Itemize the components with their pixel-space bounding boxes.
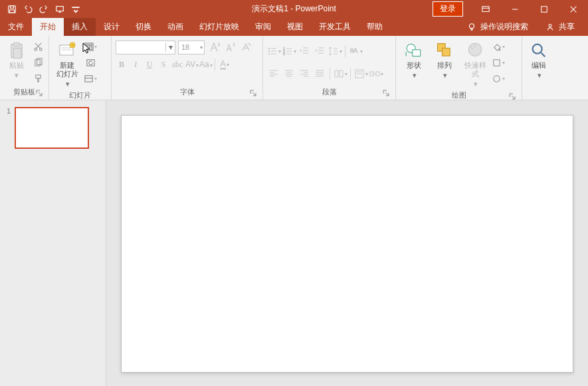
text-direction-button[interactable]: IIA▾	[349, 44, 362, 58]
tab-transitions[interactable]: 切换	[128, 18, 159, 36]
tab-home[interactable]: 开始	[32, 18, 64, 36]
slide-editor[interactable]	[106, 100, 588, 386]
new-slide-button[interactable]: 新建 幻灯片 ▾	[53, 40, 81, 88]
bold-button[interactable]: B	[116, 60, 128, 70]
align-center-button[interactable]	[282, 66, 296, 81]
font-color-button[interactable]: A▾	[219, 59, 231, 70]
tab-animations[interactable]: 动画	[159, 18, 191, 36]
font-dialog-launcher[interactable]	[249, 90, 257, 98]
shapes-button[interactable]: 形状▾	[400, 40, 428, 80]
group-clipboard: 粘贴 ▾ 剪贴板	[0, 36, 49, 100]
tab-slideshow[interactable]: 幻灯片放映	[191, 18, 247, 36]
clear-formatting-button[interactable]	[239, 40, 252, 54]
arrange-button[interactable]: 排列▾	[431, 40, 458, 80]
shape-outline-button[interactable]: ▾	[492, 56, 505, 69]
slide-panel[interactable]: 1	[0, 100, 106, 386]
decrease-indent-button[interactable]	[298, 44, 311, 58]
tab-insert[interactable]: 插入	[64, 18, 96, 36]
increase-font-button[interactable]	[207, 40, 221, 54]
arrange-label: 排列	[437, 61, 452, 70]
login-button[interactable]: 登录	[433, 1, 463, 17]
tab-help[interactable]: 帮助	[359, 18, 391, 36]
editing-button[interactable]: 编辑▾	[526, 40, 551, 80]
line-spacing-icon	[328, 46, 339, 56]
svg-point-11	[34, 48, 37, 50]
save-button[interactable]	[4, 1, 20, 17]
decrease-font-button[interactable]	[223, 40, 237, 54]
line-spacing-button[interactable]: ▾	[328, 44, 342, 58]
smartart-button[interactable]: ▾	[369, 66, 383, 81]
svg-point-40	[494, 75, 500, 81]
italic-button[interactable]: I	[130, 60, 142, 70]
clipboard-dialog-launcher[interactable]	[35, 90, 43, 98]
maximize-button[interactable]	[530, 0, 559, 18]
tab-view[interactable]: 视图	[279, 18, 311, 36]
quick-access-toolbar	[0, 1, 84, 17]
format-painter-button[interactable]	[31, 72, 45, 85]
ribbon-display-options-button[interactable]	[471, 0, 500, 18]
share-button[interactable]: 共享	[539, 21, 581, 33]
align-text-button[interactable]: ▾	[354, 66, 367, 81]
align-left-button[interactable]	[267, 66, 280, 81]
change-case-button[interactable]: Aa▾	[199, 60, 211, 70]
group-paragraph: ▾ 123▾ ▾ IIA▾ ▾ ▾ ▾ 段落	[263, 36, 396, 100]
group-drawing: 形状▾ 排列▾ 快速样式▾ ▾ ▾ ▾ 绘图	[396, 36, 522, 100]
slide-canvas[interactable]	[121, 115, 573, 373]
editing-label: 编辑	[532, 61, 546, 70]
char-spacing-button[interactable]: AV▾	[185, 60, 197, 70]
group-paragraph-label: 段落	[267, 85, 391, 100]
title-bar: 演示文稿1 - PowerPoint 登录	[0, 0, 588, 18]
drawing-dialog-launcher[interactable]	[508, 93, 516, 101]
tab-developer[interactable]: 开发工具	[311, 18, 359, 36]
align-center-icon	[284, 68, 294, 79]
svg-point-7	[549, 24, 551, 27]
tell-me-search[interactable]: 操作说明搜索	[460, 21, 535, 33]
redo-button[interactable]	[36, 1, 52, 17]
section-button[interactable]: ▾	[84, 72, 97, 85]
paste-button[interactable]: 粘贴 ▾	[4, 40, 29, 80]
qat-customize-button[interactable]	[68, 1, 84, 17]
paragraph-dialog-launcher[interactable]	[382, 90, 390, 98]
underline-button[interactable]: U	[144, 60, 155, 70]
search-icon	[530, 41, 548, 60]
font-size-combo[interactable]: 18▾	[178, 41, 205, 54]
svg-rect-15	[35, 74, 41, 78]
quick-styles-button[interactable]: 快速样式▾	[461, 40, 489, 88]
strikethrough-button[interactable]: S	[157, 60, 169, 70]
reset-button[interactable]	[84, 56, 97, 69]
justify-button[interactable]	[313, 66, 326, 81]
section-icon	[84, 74, 94, 84]
close-button[interactable]	[559, 0, 588, 18]
svg-rect-33	[376, 72, 379, 76]
tab-design[interactable]: 设计	[96, 18, 128, 36]
tab-file[interactable]: 文件	[0, 18, 32, 36]
svg-point-26	[268, 53, 270, 54]
group-slides-label: 幻灯片	[53, 88, 107, 103]
increase-indent-button[interactable]	[313, 44, 326, 58]
shape-effects-button[interactable]: ▾	[492, 72, 505, 85]
ribbon: 粘贴 ▾ 剪贴板 新建 幻灯片 ▾ ▾ ▾	[0, 36, 588, 100]
tab-review[interactable]: 审阅	[247, 18, 279, 36]
start-from-beginning-button[interactable]	[52, 1, 68, 17]
svg-rect-10	[13, 48, 21, 58]
bullets-button[interactable]: ▾	[267, 44, 280, 58]
copy-button[interactable]	[31, 56, 45, 69]
cut-button[interactable]	[31, 40, 45, 53]
shadow-button[interactable]: abc	[171, 60, 183, 70]
svg-rect-9	[13, 43, 19, 46]
justify-icon	[314, 68, 325, 79]
svg-rect-5	[541, 6, 547, 12]
thumbnail-icon	[15, 107, 89, 149]
slide-thumbnail-1[interactable]: 1	[7, 107, 99, 149]
font-name-combo[interactable]: ▾	[116, 41, 175, 54]
shape-fill-button[interactable]: ▾	[492, 40, 505, 53]
minimize-button[interactable]	[500, 0, 530, 18]
align-right-button[interactable]	[298, 66, 311, 81]
columns-button[interactable]: ▾	[334, 66, 347, 81]
slide-number: 1	[7, 107, 11, 149]
svg-text:3: 3	[283, 52, 285, 56]
undo-button[interactable]	[20, 1, 36, 17]
group-editing: 编辑▾	[522, 36, 555, 100]
layout-button[interactable]: ▾	[84, 40, 97, 53]
numbering-button[interactable]: 123▾	[282, 44, 296, 58]
